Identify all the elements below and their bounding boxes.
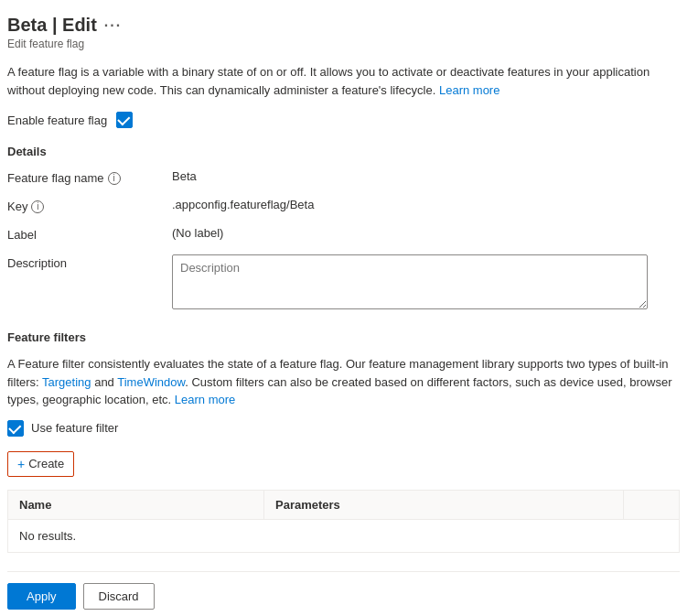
intro-text: A feature flag is a variable with a bina… xyxy=(7,63,680,99)
field-label-name: Feature flag name i xyxy=(7,169,172,185)
filters-section-title: Feature filters xyxy=(7,330,680,344)
field-row-description: Description xyxy=(7,254,680,312)
table-header-parameters: Parameters xyxy=(264,491,624,519)
field-row-label: Label (No label) xyxy=(7,226,680,242)
field-row-name: Feature flag name i Beta xyxy=(7,169,680,185)
table-body: No results. xyxy=(8,520,679,553)
field-label-description: Description xyxy=(7,254,172,270)
page-container: Beta | Edit ··· Edit feature flag A feat… xyxy=(0,0,698,616)
apply-button[interactable]: Apply xyxy=(7,583,76,610)
page-subtitle: Edit feature flag xyxy=(7,38,680,50)
intro-learn-more-link[interactable]: Learn more xyxy=(439,83,499,97)
create-btn-label: Create xyxy=(28,457,64,470)
field-label-label: Label xyxy=(7,226,172,242)
use-filter-label: Use feature filter xyxy=(31,421,118,435)
table-header-name: Name xyxy=(8,491,264,519)
table-header: Name Parameters xyxy=(8,491,679,520)
page-title: Beta | Edit xyxy=(7,15,97,36)
intro-text-body: A feature flag is a variable with a bina… xyxy=(7,65,650,97)
footer-bar: Apply Discard xyxy=(7,571,680,610)
field-label-key: Key i xyxy=(7,198,172,213)
details-section: Details Feature flag name i Beta Key i .… xyxy=(7,145,680,312)
use-filter-row: Use feature filter xyxy=(7,420,680,437)
use-filter-checkbox[interactable] xyxy=(7,420,24,437)
plus-icon: + xyxy=(17,457,25,471)
table-header-actions xyxy=(624,491,679,519)
discard-button[interactable]: Discard xyxy=(83,583,155,610)
key-info-icon[interactable]: i xyxy=(31,200,44,213)
enable-checkbox[interactable] xyxy=(116,112,133,128)
field-row-key: Key i .appconfig.featureflag/Beta xyxy=(7,198,680,213)
table-empty-text: No results. xyxy=(8,520,679,552)
more-options-icon[interactable]: ··· xyxy=(104,17,122,34)
enable-row: Enable feature flag xyxy=(7,112,680,128)
description-textarea[interactable] xyxy=(172,254,648,309)
field-value-name: Beta xyxy=(172,169,680,183)
create-button[interactable]: + Create xyxy=(7,451,74,477)
enable-label: Enable feature flag xyxy=(7,113,107,127)
page-title-row: Beta | Edit ··· xyxy=(7,15,680,36)
field-value-label: (No label) xyxy=(172,226,680,240)
name-info-icon[interactable]: i xyxy=(108,172,121,185)
details-section-title: Details xyxy=(7,145,680,158)
filters-learn-more-link[interactable]: Learn more xyxy=(175,393,235,406)
targeting-text: Targeting xyxy=(42,375,91,389)
filters-table: Name Parameters No results. xyxy=(7,490,680,553)
filters-description: A Feature filter consistently evaluates … xyxy=(7,355,680,409)
timewindow-text: TimeWindow xyxy=(117,375,185,389)
filters-section: Feature filters A Feature filter consist… xyxy=(7,330,680,553)
field-value-key: .appconfig.featureflag/Beta xyxy=(172,198,680,211)
